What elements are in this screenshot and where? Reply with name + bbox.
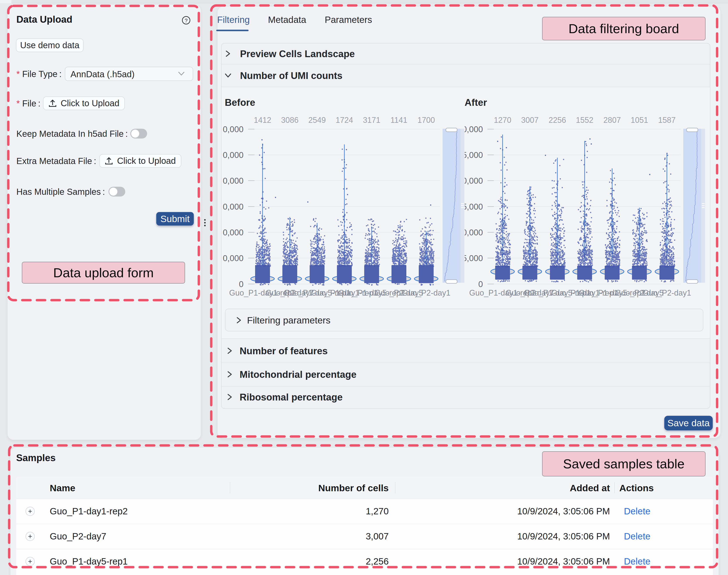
svg-text:1141: 1141 <box>390 115 407 125</box>
svg-text:10,000: 10,000 <box>223 254 243 263</box>
svg-text:10,000: 10,000 <box>465 228 483 237</box>
svg-text:60,000: 60,000 <box>223 125 243 134</box>
svg-text:40,000: 40,000 <box>223 176 243 185</box>
svg-text:25,000: 25,000 <box>465 150 483 160</box>
svg-text:2256: 2256 <box>549 115 566 125</box>
svg-text:1587: 1587 <box>658 115 675 125</box>
svg-text:1412: 1412 <box>254 115 271 125</box>
svg-text:0: 0 <box>478 280 483 289</box>
svg-text:1552: 1552 <box>576 115 593 125</box>
svg-text:20,000: 20,000 <box>223 228 243 237</box>
svg-text:0: 0 <box>239 280 243 289</box>
svg-text:50,000: 50,000 <box>223 150 243 160</box>
svg-text:?: ? <box>185 18 188 24</box>
svg-text:2549: 2549 <box>308 115 326 125</box>
svg-text:30,000: 30,000 <box>223 202 243 211</box>
svg-text:3086: 3086 <box>281 115 299 125</box>
svg-text:1051: 1051 <box>631 115 648 125</box>
svg-text:1270: 1270 <box>494 115 511 125</box>
svg-text:1700: 1700 <box>418 115 435 125</box>
svg-text:30,000: 30,000 <box>465 125 483 134</box>
svg-text:5,000: 5,000 <box>465 254 483 263</box>
svg-text:3007: 3007 <box>521 115 538 125</box>
svg-text:1724: 1724 <box>336 115 353 125</box>
svg-text:20,000: 20,000 <box>465 176 483 185</box>
svg-text:3171: 3171 <box>363 115 380 125</box>
svg-text:15,000: 15,000 <box>465 202 483 211</box>
svg-text:2807: 2807 <box>603 115 621 125</box>
